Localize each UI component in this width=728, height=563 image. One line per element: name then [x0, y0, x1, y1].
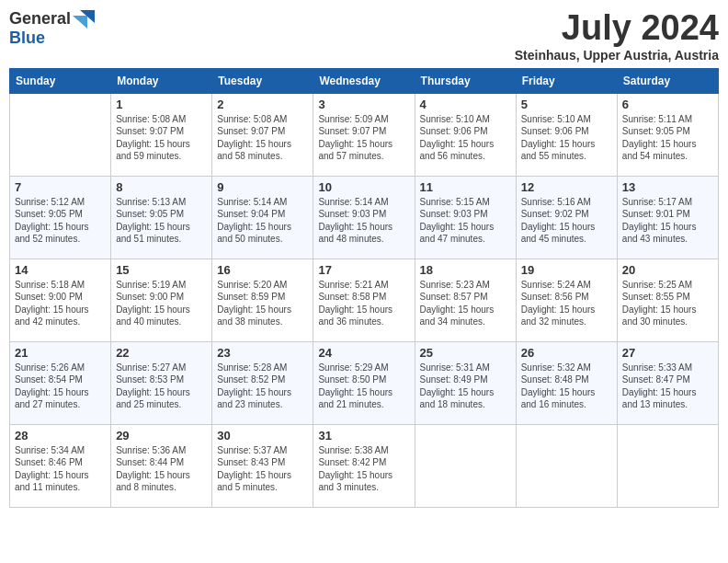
- calendar-day-cell: 25Sunrise: 5:31 AM Sunset: 8:49 PM Dayli…: [415, 341, 516, 424]
- calendar-day-cell: 6Sunrise: 5:11 AM Sunset: 9:05 PM Daylig…: [617, 93, 718, 176]
- calendar-day-cell: 19Sunrise: 5:24 AM Sunset: 8:56 PM Dayli…: [516, 259, 617, 341]
- day-of-week-header: Thursday: [415, 68, 516, 93]
- calendar-day-cell: 3Sunrise: 5:09 AM Sunset: 9:07 PM Daylig…: [313, 93, 415, 176]
- day-info: Sunrise: 5:33 AM Sunset: 8:47 PM Dayligh…: [622, 362, 713, 411]
- day-info: Sunrise: 5:09 AM Sunset: 9:07 PM Dayligh…: [318, 113, 409, 163]
- day-info: Sunrise: 5:27 AM Sunset: 8:53 PM Dayligh…: [116, 362, 207, 411]
- day-info: Sunrise: 5:24 AM Sunset: 8:56 PM Dayligh…: [521, 279, 612, 328]
- day-number: 11: [420, 180, 511, 194]
- calendar-day-cell: 11Sunrise: 5:15 AM Sunset: 9:03 PM Dayli…: [415, 176, 516, 259]
- calendar-day-cell: 4Sunrise: 5:10 AM Sunset: 9:06 PM Daylig…: [415, 93, 516, 176]
- calendar-day-cell: 20Sunrise: 5:25 AM Sunset: 8:55 PM Dayli…: [617, 259, 718, 341]
- calendar-day-cell: [10, 93, 111, 176]
- day-number: 27: [622, 346, 713, 360]
- day-number: 24: [318, 346, 409, 360]
- day-info: Sunrise: 5:19 AM Sunset: 9:00 PM Dayligh…: [116, 279, 207, 328]
- day-number: 13: [622, 180, 713, 194]
- day-number: 16: [217, 263, 308, 277]
- calendar-day-cell: 30Sunrise: 5:37 AM Sunset: 8:43 PM Dayli…: [212, 424, 313, 507]
- location-subtitle: Steinhaus, Upper Austria, Austria: [515, 48, 719, 63]
- calendar-day-cell: 5Sunrise: 5:10 AM Sunset: 9:06 PM Daylig…: [516, 93, 617, 176]
- day-info: Sunrise: 5:36 AM Sunset: 8:44 PM Dayligh…: [116, 444, 207, 494]
- calendar-day-cell: 26Sunrise: 5:32 AM Sunset: 8:48 PM Dayli…: [516, 341, 617, 424]
- day-info: Sunrise: 5:14 AM Sunset: 9:04 PM Dayligh…: [217, 196, 308, 246]
- day-number: 26: [521, 346, 612, 360]
- day-info: Sunrise: 5:31 AM Sunset: 8:49 PM Dayligh…: [420, 362, 511, 411]
- day-number: 14: [15, 263, 106, 277]
- calendar-day-cell: 23Sunrise: 5:28 AM Sunset: 8:52 PM Dayli…: [212, 341, 313, 424]
- calendar-day-cell: 27Sunrise: 5:33 AM Sunset: 8:47 PM Dayli…: [617, 341, 718, 424]
- day-info: Sunrise: 5:10 AM Sunset: 9:06 PM Dayligh…: [420, 113, 511, 163]
- day-info: Sunrise: 5:20 AM Sunset: 8:59 PM Dayligh…: [217, 279, 308, 328]
- calendar-week-row: 14Sunrise: 5:18 AM Sunset: 9:00 PM Dayli…: [10, 259, 719, 341]
- day-number: 6: [622, 98, 713, 111]
- day-number: 30: [217, 429, 308, 442]
- calendar-day-cell: 22Sunrise: 5:27 AM Sunset: 8:53 PM Dayli…: [111, 341, 212, 424]
- calendar-day-cell: 13Sunrise: 5:17 AM Sunset: 9:01 PM Dayli…: [617, 176, 718, 259]
- day-number: 23: [217, 346, 308, 360]
- svg-marker-1: [73, 16, 87, 29]
- calendar-day-cell: 21Sunrise: 5:26 AM Sunset: 8:54 PM Dayli…: [10, 341, 111, 424]
- calendar-day-cell: 31Sunrise: 5:38 AM Sunset: 8:42 PM Dayli…: [313, 424, 415, 507]
- day-number: 4: [420, 98, 511, 111]
- calendar-day-cell: 9Sunrise: 5:14 AM Sunset: 9:04 PM Daylig…: [212, 176, 313, 259]
- day-number: 10: [318, 180, 409, 194]
- day-info: Sunrise: 5:16 AM Sunset: 9:02 PM Dayligh…: [521, 196, 612, 246]
- day-info: Sunrise: 5:10 AM Sunset: 9:06 PM Dayligh…: [521, 113, 612, 163]
- calendar-day-cell: 2Sunrise: 5:08 AM Sunset: 9:07 PM Daylig…: [212, 93, 313, 176]
- calendar-day-cell: 24Sunrise: 5:29 AM Sunset: 8:50 PM Dayli…: [313, 341, 415, 424]
- day-info: Sunrise: 5:25 AM Sunset: 8:55 PM Dayligh…: [622, 279, 713, 328]
- calendar-day-cell: 14Sunrise: 5:18 AM Sunset: 9:00 PM Dayli…: [10, 259, 111, 341]
- calendar-day-cell: 17Sunrise: 5:21 AM Sunset: 8:58 PM Dayli…: [313, 259, 415, 341]
- day-number: 29: [116, 429, 207, 442]
- day-of-week-header: Sunday: [10, 68, 111, 93]
- day-number: 9: [217, 180, 308, 194]
- day-info: Sunrise: 5:18 AM Sunset: 9:00 PM Dayligh…: [15, 279, 106, 328]
- day-number: 21: [15, 346, 106, 360]
- logo-icon: [73, 10, 95, 29]
- day-number: 31: [318, 429, 409, 442]
- day-info: Sunrise: 5:17 AM Sunset: 9:01 PM Dayligh…: [622, 196, 713, 246]
- calendar-day-cell: 10Sunrise: 5:14 AM Sunset: 9:03 PM Dayli…: [313, 176, 415, 259]
- calendar-day-cell: [415, 424, 516, 507]
- day-number: 18: [420, 263, 511, 277]
- calendar-day-cell: [617, 424, 718, 507]
- day-info: Sunrise: 5:11 AM Sunset: 9:05 PM Dayligh…: [622, 113, 713, 163]
- calendar-day-cell: 15Sunrise: 5:19 AM Sunset: 9:00 PM Dayli…: [111, 259, 212, 341]
- day-number: 5: [521, 98, 612, 111]
- calendar-day-cell: 1Sunrise: 5:08 AM Sunset: 9:07 PM Daylig…: [111, 93, 212, 176]
- logo-blue-text: Blue: [9, 29, 45, 48]
- logo: General Blue: [9, 9, 95, 48]
- calendar-day-cell: 8Sunrise: 5:13 AM Sunset: 9:05 PM Daylig…: [111, 176, 212, 259]
- calendar-day-cell: [516, 424, 617, 507]
- day-of-week-header: Wednesday: [313, 68, 415, 93]
- calendar-day-cell: 18Sunrise: 5:23 AM Sunset: 8:57 PM Dayli…: [415, 259, 516, 341]
- day-number: 7: [15, 180, 106, 194]
- day-info: Sunrise: 5:12 AM Sunset: 9:05 PM Dayligh…: [15, 196, 106, 246]
- day-number: 1: [116, 98, 207, 111]
- calendar-table: SundayMondayTuesdayWednesdayThursdayFrid…: [9, 68, 719, 508]
- day-number: 22: [116, 346, 207, 360]
- day-info: Sunrise: 5:38 AM Sunset: 8:42 PM Dayligh…: [318, 444, 409, 494]
- day-info: Sunrise: 5:14 AM Sunset: 9:03 PM Dayligh…: [318, 196, 409, 246]
- month-title: July 2024: [515, 9, 719, 48]
- calendar-day-cell: 29Sunrise: 5:36 AM Sunset: 8:44 PM Dayli…: [111, 424, 212, 507]
- day-info: Sunrise: 5:08 AM Sunset: 9:07 PM Dayligh…: [116, 113, 207, 163]
- day-info: Sunrise: 5:21 AM Sunset: 8:58 PM Dayligh…: [318, 279, 409, 328]
- day-number: 15: [116, 263, 207, 277]
- page-header: General Blue July 2024 Steinhaus, Upper …: [9, 9, 719, 63]
- calendar-day-cell: 28Sunrise: 5:34 AM Sunset: 8:46 PM Dayli…: [10, 424, 111, 507]
- day-info: Sunrise: 5:32 AM Sunset: 8:48 PM Dayligh…: [521, 362, 612, 411]
- day-info: Sunrise: 5:29 AM Sunset: 8:50 PM Dayligh…: [318, 362, 409, 411]
- calendar-day-cell: 16Sunrise: 5:20 AM Sunset: 8:59 PM Dayli…: [212, 259, 313, 341]
- day-info: Sunrise: 5:15 AM Sunset: 9:03 PM Dayligh…: [420, 196, 511, 246]
- day-of-week-header: Friday: [516, 68, 617, 93]
- calendar-day-cell: 7Sunrise: 5:12 AM Sunset: 9:05 PM Daylig…: [10, 176, 111, 259]
- day-number: 20: [622, 263, 713, 277]
- title-block: July 2024 Steinhaus, Upper Austria, Aust…: [515, 9, 719, 63]
- calendar-week-row: 28Sunrise: 5:34 AM Sunset: 8:46 PM Dayli…: [10, 424, 719, 507]
- day-number: 28: [15, 429, 106, 442]
- calendar-header-row: SundayMondayTuesdayWednesdayThursdayFrid…: [10, 68, 719, 93]
- logo-general-text: General: [9, 9, 71, 29]
- day-info: Sunrise: 5:26 AM Sunset: 8:54 PM Dayligh…: [15, 362, 106, 411]
